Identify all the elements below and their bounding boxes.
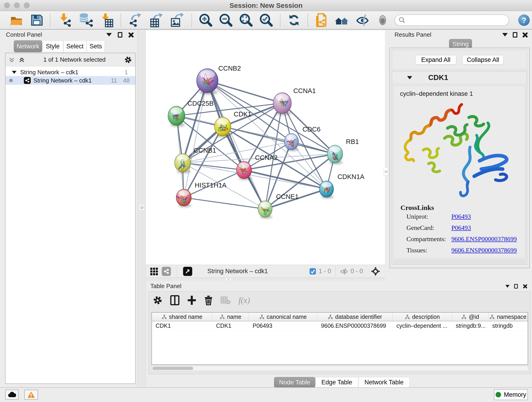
crosslink-label: Uniprot: <box>406 213 451 220</box>
houses-icon <box>334 14 349 27</box>
fit-content-button[interactable] <box>369 267 382 276</box>
grid-view-button[interactable] <box>148 267 160 275</box>
float-panel-icon[interactable] <box>513 32 517 38</box>
show-overview-button[interactable] <box>373 13 392 28</box>
import-table-file-button[interactable] <box>97 13 117 28</box>
tab-select[interactable]: Select <box>63 40 87 52</box>
network-node[interactable]: CDC6 <box>284 126 321 151</box>
network-row-selected[interactable]: String Network – cdk1 11 48 <box>6 76 135 85</box>
zoom-out-button[interactable] <box>216 13 236 28</box>
float-panel-icon[interactable] <box>514 284 518 288</box>
collection-expand-icon[interactable] <box>12 71 17 74</box>
expand-all-networks-icon[interactable] <box>9 57 15 63</box>
network-canvas[interactable]: CCNB2CCNA1CDC25BCDK1CDC6RB1CCNB1CCNA2CDK… <box>146 31 385 265</box>
add-column-icon[interactable] <box>187 295 196 305</box>
network-edge-count: 48 <box>123 77 130 84</box>
panel-menu-icon[interactable] <box>505 285 510 288</box>
network-edge[interactable] <box>244 170 326 189</box>
panel-menu-icon[interactable] <box>502 33 508 36</box>
panel-menu-icon[interactable] <box>106 33 112 36</box>
network-node[interactable]: CCNE1 <box>258 193 298 218</box>
network-node[interactable]: CCNA1 <box>273 87 316 115</box>
network-node[interactable]: CCNB2 <box>196 65 241 95</box>
crosslink-label: GeneCard: <box>406 224 451 231</box>
save-session-button[interactable] <box>27 13 46 28</box>
close-panel-icon[interactable] <box>523 284 527 288</box>
zoom-in-button[interactable] <box>196 13 216 28</box>
table-row[interactable]: CDK1CDK1P064939606.ENSP00000378699cyclin… <box>152 321 528 331</box>
zoom-selected-button[interactable] <box>256 13 276 28</box>
column-header[interactable]: description <box>393 313 452 321</box>
column-header[interactable]: namespace <box>489 313 528 321</box>
column-header[interactable]: shared name <box>152 313 212 321</box>
network-edge[interactable] <box>207 81 282 103</box>
warnings-button[interactable] <box>24 390 38 400</box>
cloud-status-button[interactable] <box>5 390 19 400</box>
tab-network-table[interactable]: Network Table <box>358 377 410 388</box>
left-splitter[interactable] <box>138 30 146 387</box>
network-node[interactable]: CDKN1A <box>319 173 365 198</box>
scrollbar-thumb[interactable] <box>152 367 193 370</box>
hide-selection-button[interactable] <box>352 13 373 28</box>
delete-column-trash-icon[interactable] <box>204 295 213 305</box>
zoom-fit-button[interactable] <box>236 13 256 28</box>
network-edge[interactable] <box>184 198 265 209</box>
import-network-file-button[interactable] <box>54 13 75 28</box>
tab-node-table[interactable]: Node Table <box>274 377 315 388</box>
tab-sets[interactable]: Sets <box>87 40 105 52</box>
network-edge[interactable] <box>207 81 265 209</box>
crosslink-link[interactable]: P06493 <box>451 258 471 258</box>
tab-network[interactable]: Network <box>14 40 42 52</box>
network-edge[interactable] <box>183 163 244 170</box>
current-network-name: String Network – cdk1 <box>207 268 268 275</box>
float-panel-icon[interactable] <box>118 32 122 38</box>
search-input[interactable] <box>405 17 509 24</box>
expand-all-button[interactable]: Expand All <box>415 55 456 65</box>
help-button[interactable]: ? <box>518 14 530 26</box>
network-type-button[interactable] <box>160 267 173 276</box>
crosslink-link[interactable]: P06493 <box>451 224 471 231</box>
results-scrollbar-track[interactable] <box>393 260 525 263</box>
network-options-gear-icon[interactable] <box>124 56 132 64</box>
show-all-networks-button[interactable] <box>331 13 352 28</box>
crosslink-link[interactable]: 9606.ENSP00000378699 <box>451 247 517 254</box>
network-collection-row[interactable]: String Network – cdk1 1 <box>6 68 135 76</box>
detach-view-button[interactable] <box>181 267 194 276</box>
import-network-database-button[interactable] <box>75 13 97 28</box>
bottom-splitter[interactable] <box>146 278 385 281</box>
hidden-eye-slash-icon[interactable] <box>340 268 349 275</box>
tab-edge-table[interactable]: Edge Table <box>315 377 358 388</box>
show-columns-icon[interactable] <box>170 295 179 305</box>
open-session-button[interactable] <box>6 13 27 28</box>
memory-button[interactable]: Memory <box>494 389 528 400</box>
collapse-all-button[interactable]: Collapse All <box>462 55 504 65</box>
export-table-button[interactable] <box>146 13 167 28</box>
protein-card-header[interactable]: CDK1 <box>392 71 527 84</box>
network-view-toolbar: String Network – cdk1 1 - 0 0 - 0 <box>146 265 385 278</box>
table-horizontal-scrollbar[interactable] <box>152 366 528 371</box>
collapse-card-icon[interactable] <box>407 76 412 79</box>
refresh-view-button[interactable] <box>284 13 304 28</box>
selected-checkbox-icon[interactable] <box>309 268 317 275</box>
right-splitter-handle[interactable] <box>384 167 388 176</box>
network-node[interactable]: RB1 <box>327 138 359 164</box>
network-edge[interactable] <box>184 81 207 198</box>
close-panel-icon[interactable] <box>522 32 528 38</box>
close-panel-icon[interactable] <box>128 32 134 38</box>
export-image-button[interactable] <box>167 13 188 28</box>
left-splitter-handle[interactable] <box>139 204 145 210</box>
copy-network-style-button[interactable] <box>312 13 331 28</box>
memory-status-dot <box>496 392 501 397</box>
export-network-button[interactable] <box>125 13 146 28</box>
column-header[interactable]: database identifier <box>317 313 393 321</box>
tab-style[interactable]: Style <box>42 40 63 52</box>
column-header[interactable]: canonical name <box>249 313 317 321</box>
bottom-splitter-handle[interactable] <box>225 278 231 281</box>
crosslink-link[interactable]: 9606.ENSP00000378699 <box>451 235 517 243</box>
crosslink-link[interactable]: P06493 <box>451 213 471 220</box>
column-header[interactable]: @id <box>452 313 488 321</box>
table-settings-gear-icon[interactable] <box>153 295 162 305</box>
column-header[interactable]: name <box>212 313 249 321</box>
network-edge[interactable] <box>207 81 335 154</box>
collapse-all-networks-icon[interactable] <box>19 57 25 63</box>
